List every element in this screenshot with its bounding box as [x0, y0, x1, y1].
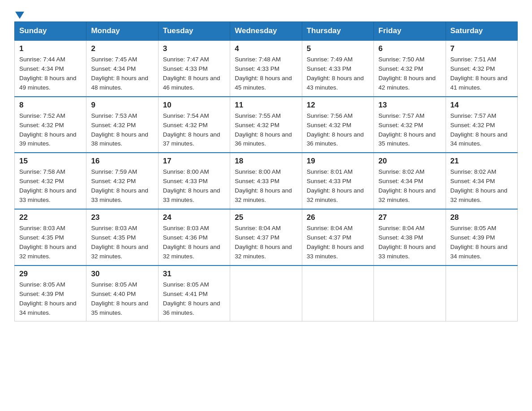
day-cell-18: 18Sunrise: 8:00 AMSunset: 4:33 PMDayligh… — [230, 153, 302, 209]
day-cell-31: 31Sunrise: 8:05 AMSunset: 4:41 PMDayligh… — [158, 265, 230, 321]
day-cell-13: 13Sunrise: 7:57 AMSunset: 4:32 PMDayligh… — [374, 97, 446, 153]
day-cell-19: 19Sunrise: 8:01 AMSunset: 4:33 PMDayligh… — [302, 153, 373, 209]
day-info: Sunrise: 7:52 AMSunset: 4:32 PMDaylight:… — [19, 111, 82, 149]
day-info: Sunrise: 7:57 AMSunset: 4:32 PMDaylight:… — [450, 111, 513, 149]
day-cell-22: 22Sunrise: 8:03 AMSunset: 4:35 PMDayligh… — [15, 209, 86, 265]
day-number: 13 — [378, 101, 441, 110]
weekday-header-sunday: Sunday — [15, 22, 86, 41]
day-number: 8 — [19, 101, 82, 110]
weekday-header-friday: Friday — [374, 22, 446, 41]
day-info: Sunrise: 8:05 AMSunset: 4:41 PMDaylight:… — [163, 280, 225, 318]
day-number: 16 — [91, 157, 153, 166]
day-cell-14: 14Sunrise: 7:57 AMSunset: 4:32 PMDayligh… — [446, 97, 517, 153]
day-number: 14 — [450, 101, 513, 110]
empty-cell — [302, 265, 373, 321]
day-number: 9 — [91, 101, 153, 110]
weekday-header-wednesday: Wednesday — [230, 22, 302, 41]
day-number: 5 — [307, 44, 369, 53]
day-number: 15 — [19, 157, 82, 166]
day-info: Sunrise: 8:00 AMSunset: 4:33 PMDaylight:… — [235, 167, 297, 205]
weekday-header-monday: Monday — [86, 22, 158, 41]
week-row-4: 22Sunrise: 8:03 AMSunset: 4:35 PMDayligh… — [15, 209, 518, 265]
day-info: Sunrise: 8:02 AMSunset: 4:34 PMDaylight:… — [450, 167, 513, 205]
empty-cell — [446, 265, 517, 321]
day-cell-15: 15Sunrise: 7:58 AMSunset: 4:32 PMDayligh… — [15, 153, 86, 209]
day-info: Sunrise: 8:03 AMSunset: 4:35 PMDaylight:… — [19, 224, 82, 261]
day-cell-8: 8Sunrise: 7:52 AMSunset: 4:32 PMDaylight… — [15, 97, 86, 153]
logo-triangle-icon — [15, 12, 24, 19]
day-number: 6 — [378, 44, 441, 53]
day-info: Sunrise: 7:51 AMSunset: 4:32 PMDaylight:… — [450, 55, 513, 93]
day-cell-1: 1Sunrise: 7:44 AMSunset: 4:34 PMDaylight… — [15, 40, 86, 97]
day-cell-24: 24Sunrise: 8:03 AMSunset: 4:36 PMDayligh… — [158, 209, 230, 265]
day-info: Sunrise: 7:56 AMSunset: 4:32 PMDaylight:… — [307, 111, 369, 149]
day-cell-5: 5Sunrise: 7:49 AMSunset: 4:33 PMDaylight… — [302, 40, 373, 97]
day-cell-23: 23Sunrise: 8:03 AMSunset: 4:35 PMDayligh… — [86, 209, 158, 265]
day-number: 21 — [450, 157, 513, 166]
day-number: 27 — [378, 213, 441, 222]
day-info: Sunrise: 7:45 AMSunset: 4:34 PMDaylight:… — [91, 55, 153, 93]
day-number: 17 — [163, 157, 225, 166]
day-number: 22 — [19, 213, 82, 222]
day-cell-6: 6Sunrise: 7:50 AMSunset: 4:32 PMDaylight… — [374, 40, 446, 97]
day-number: 12 — [307, 101, 369, 110]
day-number: 23 — [91, 213, 153, 222]
day-cell-26: 26Sunrise: 8:04 AMSunset: 4:37 PMDayligh… — [302, 209, 373, 265]
day-cell-27: 27Sunrise: 8:04 AMSunset: 4:38 PMDayligh… — [374, 209, 446, 265]
day-number: 26 — [307, 213, 369, 222]
week-row-5: 29Sunrise: 8:05 AMSunset: 4:39 PMDayligh… — [15, 265, 518, 321]
day-cell-25: 25Sunrise: 8:04 AMSunset: 4:37 PMDayligh… — [230, 209, 302, 265]
day-number: 24 — [163, 213, 225, 222]
day-cell-3: 3Sunrise: 7:47 AMSunset: 4:33 PMDaylight… — [158, 40, 230, 97]
day-info: Sunrise: 7:54 AMSunset: 4:32 PMDaylight:… — [163, 111, 225, 149]
day-cell-16: 16Sunrise: 7:59 AMSunset: 4:32 PMDayligh… — [86, 153, 158, 209]
day-cell-21: 21Sunrise: 8:02 AMSunset: 4:34 PMDayligh… — [446, 153, 517, 209]
day-number: 1 — [19, 44, 82, 53]
day-info: Sunrise: 8:04 AMSunset: 4:37 PMDaylight:… — [235, 224, 297, 261]
empty-cell — [374, 265, 446, 321]
day-info: Sunrise: 8:04 AMSunset: 4:37 PMDaylight:… — [307, 224, 369, 261]
week-row-3: 15Sunrise: 7:58 AMSunset: 4:32 PMDayligh… — [15, 153, 518, 209]
day-info: Sunrise: 7:57 AMSunset: 4:32 PMDaylight:… — [378, 111, 441, 149]
day-cell-30: 30Sunrise: 8:05 AMSunset: 4:40 PMDayligh… — [86, 265, 158, 321]
day-number: 20 — [378, 157, 441, 166]
day-info: Sunrise: 8:03 AMSunset: 4:35 PMDaylight:… — [91, 224, 153, 261]
day-info: Sunrise: 8:00 AMSunset: 4:33 PMDaylight:… — [163, 167, 225, 205]
weekday-header-tuesday: Tuesday — [158, 22, 230, 41]
day-cell-17: 17Sunrise: 8:00 AMSunset: 4:33 PMDayligh… — [158, 153, 230, 209]
empty-cell — [230, 265, 302, 321]
day-info: Sunrise: 8:02 AMSunset: 4:34 PMDaylight:… — [378, 167, 441, 205]
day-cell-12: 12Sunrise: 7:56 AMSunset: 4:32 PMDayligh… — [302, 97, 373, 153]
weekday-header-thursday: Thursday — [302, 22, 373, 41]
calendar-table: SundayMondayTuesdayWednesdayThursdayFrid… — [14, 21, 518, 321]
day-info: Sunrise: 7:48 AMSunset: 4:33 PMDaylight:… — [235, 55, 297, 93]
day-cell-2: 2Sunrise: 7:45 AMSunset: 4:34 PMDaylight… — [86, 40, 158, 97]
day-cell-29: 29Sunrise: 8:05 AMSunset: 4:39 PMDayligh… — [15, 265, 86, 321]
day-cell-20: 20Sunrise: 8:02 AMSunset: 4:34 PMDayligh… — [374, 153, 446, 209]
day-number: 31 — [163, 270, 225, 278]
day-info: Sunrise: 8:05 AMSunset: 4:39 PMDaylight:… — [450, 224, 513, 261]
day-cell-7: 7Sunrise: 7:51 AMSunset: 4:32 PMDaylight… — [446, 40, 517, 97]
day-number: 18 — [235, 157, 297, 166]
day-cell-9: 9Sunrise: 7:53 AMSunset: 4:32 PMDaylight… — [86, 97, 158, 153]
day-info: Sunrise: 7:49 AMSunset: 4:33 PMDaylight:… — [307, 55, 369, 93]
day-number: 30 — [91, 270, 153, 278]
day-cell-10: 10Sunrise: 7:54 AMSunset: 4:32 PMDayligh… — [158, 97, 230, 153]
day-info: Sunrise: 7:44 AMSunset: 4:34 PMDaylight:… — [19, 55, 82, 93]
week-row-1: 1Sunrise: 7:44 AMSunset: 4:34 PMDaylight… — [15, 40, 518, 97]
day-number: 28 — [450, 213, 513, 222]
day-info: Sunrise: 7:47 AMSunset: 4:33 PMDaylight:… — [163, 55, 225, 93]
weekday-header-saturday: Saturday — [446, 22, 517, 41]
day-info: Sunrise: 7:59 AMSunset: 4:32 PMDaylight:… — [91, 167, 153, 205]
day-info: Sunrise: 7:58 AMSunset: 4:32 PMDaylight:… — [19, 167, 82, 205]
logo — [14, 11, 25, 16]
day-cell-4: 4Sunrise: 7:48 AMSunset: 4:33 PMDaylight… — [230, 40, 302, 97]
day-info: Sunrise: 8:01 AMSunset: 4:33 PMDaylight:… — [307, 167, 369, 205]
week-row-2: 8Sunrise: 7:52 AMSunset: 4:32 PMDaylight… — [15, 97, 518, 153]
day-info: Sunrise: 8:03 AMSunset: 4:36 PMDaylight:… — [163, 224, 225, 261]
day-cell-28: 28Sunrise: 8:05 AMSunset: 4:39 PMDayligh… — [446, 209, 517, 265]
day-number: 25 — [235, 213, 297, 222]
day-info: Sunrise: 8:05 AMSunset: 4:40 PMDaylight:… — [91, 280, 153, 318]
day-info: Sunrise: 7:50 AMSunset: 4:32 PMDaylight:… — [378, 55, 441, 93]
day-info: Sunrise: 8:04 AMSunset: 4:38 PMDaylight:… — [378, 224, 441, 261]
